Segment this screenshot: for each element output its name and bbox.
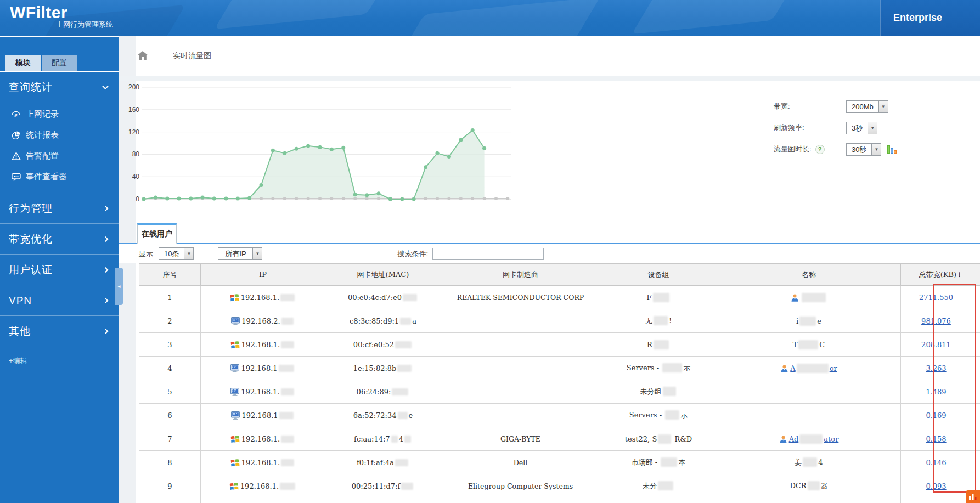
bandwidth-link[interactable]: 0.093 xyxy=(926,482,946,490)
column-header-5[interactable]: 名称 xyxy=(717,264,901,286)
chevron-right-icon xyxy=(103,206,109,211)
warning-icon xyxy=(11,152,21,160)
e-browser-icon: e xyxy=(11,110,21,118)
sidebar-section-1[interactable]: 行为管理 xyxy=(0,193,119,223)
sidebar-section-4[interactable]: VPN xyxy=(0,285,119,315)
duration-select[interactable]: 30秒 ▼ xyxy=(846,143,881,156)
vendor-cell: Dell xyxy=(441,451,600,474)
dropdown-arrow-icon: ▼ xyxy=(252,248,262,259)
column-header-0[interactable]: 序号 xyxy=(139,264,201,286)
top-header: WFilter 上网行为管理系统 Enterprise xyxy=(0,0,980,36)
user-name-link[interactable]: Aor xyxy=(790,364,837,372)
bandwidth-link[interactable]: 981.076 xyxy=(921,317,951,325)
monitor-icon xyxy=(230,388,239,396)
sidebar-section-3[interactable]: 用户认证 xyxy=(0,254,119,285)
user-name-link[interactable] xyxy=(801,293,827,302)
help-icon[interactable]: ? xyxy=(815,145,825,154)
vendor-cell: GIGA-BYTE xyxy=(441,427,600,451)
sidebar-item-告警配置[interactable]: 告警配置 xyxy=(0,145,119,166)
breadcrumb: 实时流量图 xyxy=(119,36,980,76)
search-input[interactable] xyxy=(432,248,544,260)
censored-text xyxy=(279,365,294,372)
vendor-cell xyxy=(441,357,600,380)
row-index-cell: 8 xyxy=(139,451,201,474)
row-index-cell: 5 xyxy=(139,380,201,404)
bandwidth-link[interactable]: 2711.550 xyxy=(919,293,953,302)
sidebar-section-0[interactable]: 查询统计 xyxy=(0,72,119,103)
name-cell: Aor xyxy=(717,357,901,380)
bandwidth-cell: 981.076 xyxy=(901,309,980,333)
sidebar-section-label: 行为管理 xyxy=(9,202,53,214)
mac-cell: f0:1f:af:4a xyxy=(325,451,441,474)
censored-text xyxy=(799,434,823,444)
row-index-cell: 2 xyxy=(139,309,201,333)
sidebar-item-label: 统计报表 xyxy=(26,125,59,145)
svg-text:200: 200 xyxy=(128,83,139,91)
sidebar-collapse-handle[interactable]: ◄ xyxy=(115,268,123,305)
name-cell xyxy=(717,286,901,309)
ip-cell: 192.168.2. xyxy=(201,309,325,333)
bandwidth-cell: 208.811 xyxy=(901,333,980,357)
censored-text xyxy=(281,388,294,395)
edition-label: Enterprise xyxy=(893,12,980,24)
page-size-select[interactable]: 10条 ▼ xyxy=(159,247,194,260)
column-header-2[interactable]: 网卡地址(MAC) xyxy=(325,264,441,286)
bandwidth-control-row: 带宽: 200Mb ▼ xyxy=(774,99,898,114)
svg-text:80: 80 xyxy=(132,150,140,158)
name-cell: Adator xyxy=(717,427,901,451)
sidebar-item-事件查看器[interactable]: 事件查看器 xyxy=(0,166,119,187)
table-row: 3192.168.1.00:cf:e0:52RTC208.811 xyxy=(139,333,980,357)
mac-cell: 6a:52:72:34e xyxy=(325,404,441,427)
windows-logo-icon xyxy=(230,293,239,302)
censored-text xyxy=(802,293,826,302)
bandwidth-link[interactable]: 0.169 xyxy=(926,411,946,420)
device-group-cell: Servers - 示 xyxy=(600,357,717,380)
dropdown-arrow-icon: ▼ xyxy=(878,101,888,112)
empty-cell xyxy=(600,498,717,503)
sidebar-section-5[interactable]: 其他 xyxy=(0,315,119,346)
table-row: 8192.168.1.f0:1f:af:4aDell市场部 - 本姜40.146 xyxy=(139,451,980,474)
floating-widget-icon[interactable] xyxy=(966,490,980,503)
bandwidth-link[interactable]: 3.263 xyxy=(926,364,946,372)
user-name-link[interactable]: Adator xyxy=(789,435,839,443)
bandwidth-link[interactable]: 208.811 xyxy=(921,341,951,349)
device-group-cell: Servers - 示 xyxy=(600,404,717,427)
bandwidth-select[interactable]: 200Mb ▼ xyxy=(846,100,888,113)
bandwidth-link[interactable]: 1.489 xyxy=(926,388,946,396)
bar-chart-icon[interactable] xyxy=(887,145,898,154)
column-header-1[interactable]: IP xyxy=(201,264,325,286)
ip-filter-select[interactable]: 所有IP ▼ xyxy=(218,247,262,260)
censored-text xyxy=(797,364,829,373)
app-logo: WFilter 上网行为管理系统 xyxy=(10,3,67,22)
sidebar-tabs: 模块 配置 xyxy=(5,55,119,71)
sidebar-item-上网记录[interactable]: e上网记录 xyxy=(0,104,119,125)
search-label: 搜索条件: xyxy=(397,249,428,259)
censored-text xyxy=(280,294,295,301)
sidebar-section-label: 其他 xyxy=(9,325,31,337)
show-label: 显示 xyxy=(139,249,153,259)
user-name-text: 姜4 xyxy=(795,458,823,466)
row-index-cell: 4 xyxy=(139,357,201,380)
bandwidth-link[interactable]: 0.158 xyxy=(926,435,946,443)
home-icon[interactable] xyxy=(137,51,148,60)
bandwidth-link[interactable]: 0.146 xyxy=(926,459,946,467)
sidebar-section-2[interactable]: 带宽优化 xyxy=(0,223,119,254)
empty-cell xyxy=(325,498,441,503)
tab-modules[interactable]: 模块 xyxy=(5,55,41,71)
windows-logo-icon xyxy=(230,435,240,443)
tab-online-users[interactable]: 在线用户 xyxy=(137,223,177,244)
column-header-6[interactable]: 总带宽(KB)↓ xyxy=(901,264,980,286)
column-header-4[interactable]: 设备组 xyxy=(600,264,717,286)
svg-text:40: 40 xyxy=(132,173,140,180)
person-icon xyxy=(780,365,788,372)
logo-text: WFilter xyxy=(10,3,67,21)
empty-cell xyxy=(441,498,600,503)
sidebar-section-label: 用户认证 xyxy=(9,264,53,275)
person-icon xyxy=(791,294,799,302)
sidebar-item-统计报表[interactable]: 统计报表 xyxy=(0,125,119,145)
sidebar-edit-link[interactable]: +编辑 xyxy=(9,356,119,366)
tab-config[interactable]: 配置 xyxy=(42,55,77,71)
mac-cell: 06:24:89: xyxy=(325,380,441,404)
column-header-3[interactable]: 网卡制造商 xyxy=(441,264,600,286)
refresh-rate-select[interactable]: 3秒 ▼ xyxy=(846,122,877,134)
